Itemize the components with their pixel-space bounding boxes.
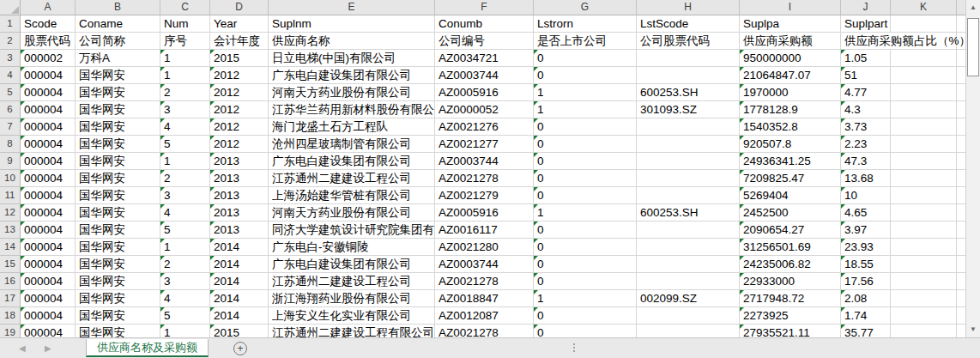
- cell-F12[interactable]: AZ0005916: [435, 204, 534, 221]
- cell-C16[interactable]: 3: [160, 273, 210, 290]
- cell-B15[interactable]: 国华网安: [76, 256, 160, 273]
- row-header-9[interactable]: 9: [0, 153, 21, 170]
- cell-G16[interactable]: 0: [534, 273, 637, 290]
- row-header-12[interactable]: 12: [0, 204, 21, 221]
- cell-H18[interactable]: [637, 307, 740, 325]
- cell-J11[interactable]: 10: [841, 187, 891, 204]
- cell-D5[interactable]: 2012: [210, 84, 269, 101]
- cell-G1[interactable]: Lstrorn: [534, 15, 637, 33]
- cell-I3[interactable]: 950000000: [740, 50, 841, 67]
- scroll-up-icon[interactable]: ▲: [966, 0, 980, 15]
- cell-B12[interactable]: 国华网安: [76, 204, 160, 221]
- cell-A5[interactable]: 000004: [21, 84, 76, 101]
- cell-K11[interactable]: [891, 187, 957, 204]
- cell-F2[interactable]: 公司编号: [435, 33, 534, 50]
- column-header-G[interactable]: G: [534, 0, 637, 15]
- cell-I7[interactable]: 1540352.8: [740, 118, 841, 136]
- cell-B16[interactable]: 国华网安: [76, 273, 160, 290]
- cell-J15[interactable]: 18.55: [841, 256, 891, 273]
- cell-F6[interactable]: AZ0000052: [435, 101, 534, 118]
- cell-F7[interactable]: AZ0021276: [435, 118, 534, 136]
- row-header-19[interactable]: 19: [0, 325, 21, 337]
- cell-J18[interactable]: 1.74: [841, 307, 891, 325]
- cell-A12[interactable]: 000004: [21, 204, 76, 221]
- cell-K12[interactable]: [891, 204, 957, 221]
- column-header-D[interactable]: D: [210, 0, 269, 15]
- cell-K3[interactable]: [891, 50, 957, 67]
- cell-G9[interactable]: 0: [534, 153, 637, 170]
- row-header-5[interactable]: 5: [0, 84, 21, 101]
- cell-A15[interactable]: 000004: [21, 256, 76, 273]
- cell-I2[interactable]: 供应商采购额: [740, 33, 841, 50]
- cell-C17[interactable]: 4: [160, 290, 210, 307]
- column-header-B[interactable]: B: [76, 0, 160, 15]
- row-header-13[interactable]: 13: [0, 221, 21, 239]
- cell-K5[interactable]: [891, 84, 957, 101]
- cell-I9[interactable]: 24936341.25: [740, 153, 841, 170]
- cell-B19[interactable]: 国华网安: [76, 325, 160, 337]
- cell-E19[interactable]: 江苏通州二建建设工程有限公司: [269, 325, 435, 337]
- cell-G3[interactable]: 0: [534, 50, 637, 67]
- cell-A1[interactable]: Scode: [21, 15, 76, 33]
- cell-J5[interactable]: 4.77: [841, 84, 891, 101]
- cell-G7[interactable]: 0: [534, 118, 637, 136]
- cell-B9[interactable]: 国华网安: [76, 153, 160, 170]
- row-header-17[interactable]: 17: [0, 290, 21, 307]
- row-header-4[interactable]: 4: [0, 67, 21, 84]
- cell-J7[interactable]: 3.73: [841, 118, 891, 136]
- cell-G18[interactable]: 0: [534, 307, 637, 325]
- cell-A4[interactable]: 000004: [21, 67, 76, 84]
- cell-J2[interactable]: 供应商采购额占比（%）: [841, 33, 891, 50]
- cell-F13[interactable]: AZ0016117: [435, 221, 534, 239]
- cell-H12[interactable]: 600253.SH: [637, 204, 740, 221]
- row-header-16[interactable]: 16: [0, 273, 21, 290]
- cell-H15[interactable]: [637, 256, 740, 273]
- cell-J14[interactable]: 23.93: [841, 239, 891, 256]
- cell-G13[interactable]: 0: [534, 221, 637, 239]
- cell-H19[interactable]: [637, 325, 740, 337]
- cell-C9[interactable]: 1: [160, 153, 210, 170]
- cell-J19[interactable]: 35.77: [841, 325, 891, 337]
- tab-splitter-handle[interactable]: [573, 343, 575, 352]
- cell-I4[interactable]: 21064847.07: [740, 67, 841, 84]
- cell-E1[interactable]: Suplnm: [269, 15, 435, 33]
- select-all-corner[interactable]: [0, 0, 21, 15]
- cell-G10[interactable]: 0: [534, 170, 637, 187]
- cell-D2[interactable]: 会计年度: [210, 33, 269, 50]
- cell-D17[interactable]: 2014: [210, 290, 269, 307]
- column-header-I[interactable]: I: [740, 0, 841, 15]
- cell-D3[interactable]: 2015: [210, 50, 269, 67]
- cell-H5[interactable]: 600253.SH: [637, 84, 740, 101]
- column-header-F[interactable]: F: [435, 0, 534, 15]
- cell-D7[interactable]: 2012: [210, 118, 269, 136]
- cell-A14[interactable]: 000004: [21, 239, 76, 256]
- cell-G11[interactable]: 0: [534, 187, 637, 204]
- row-header-8[interactable]: 8: [0, 136, 21, 153]
- cell-C6[interactable]: 3: [160, 101, 210, 118]
- cell-B10[interactable]: 国华网安: [76, 170, 160, 187]
- cell-G4[interactable]: 0: [534, 67, 637, 84]
- cell-E17[interactable]: 浙江海翔药业股份有限公司: [269, 290, 435, 307]
- cell-C13[interactable]: 5: [160, 221, 210, 239]
- cell-B7[interactable]: 国华网安: [76, 118, 160, 136]
- cell-K10[interactable]: [891, 170, 957, 187]
- cell-E4[interactable]: 广东电白建设集团有限公司: [269, 67, 435, 84]
- cell-I16[interactable]: 22933000: [740, 273, 841, 290]
- cell-D8[interactable]: 2012: [210, 136, 269, 153]
- cell-B14[interactable]: 国华网安: [76, 239, 160, 256]
- row-header-14[interactable]: 14: [0, 239, 21, 256]
- cell-E12[interactable]: 河南天方药业股份有限公司: [269, 204, 435, 221]
- row-header-1[interactable]: 1: [0, 15, 21, 33]
- cell-D18[interactable]: 2014: [210, 307, 269, 325]
- cell-E6[interactable]: 江苏华兰药用新材料股份有限公司: [269, 101, 435, 118]
- cell-F8[interactable]: AZ0021277: [435, 136, 534, 153]
- scroll-down-icon[interactable]: ▼: [966, 322, 980, 337]
- cell-B4[interactable]: 国华网安: [76, 67, 160, 84]
- cell-C12[interactable]: 4: [160, 204, 210, 221]
- column-header-A[interactable]: A: [21, 0, 76, 15]
- cell-F15[interactable]: AZ0003744: [435, 256, 534, 273]
- cell-I8[interactable]: 920507.8: [740, 136, 841, 153]
- cell-D19[interactable]: 2015: [210, 325, 269, 337]
- cell-A2[interactable]: 股票代码: [21, 33, 76, 50]
- cell-B11[interactable]: 国华网安: [76, 187, 160, 204]
